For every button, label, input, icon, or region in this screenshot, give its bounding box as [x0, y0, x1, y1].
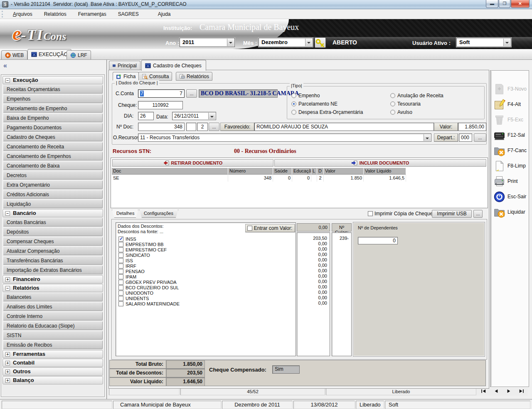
expand-plus-icon[interactable]: + — [5, 370, 10, 374]
ndoc-input[interactable]: 348 — [138, 123, 185, 131]
menu-ajuda[interactable]: Ajuda — [152, 9, 177, 19]
document-row[interactable]: SE 348 0 0 2 1.850 1.646,5 — [112, 175, 406, 182]
cconta-lookup-button[interactable]: ... — [186, 89, 197, 98]
collapse-minus-icon[interactable]: − — [5, 286, 10, 291]
restore-button[interactable]: ❐ — [499, 0, 510, 8]
sidebar-item-cancelamento-receita[interactable]: Cancelamento de Receita — [3, 142, 103, 151]
f8-limp-button[interactable]: F8-Limp — [493, 159, 528, 173]
discount-checkbox[interactable] — [118, 253, 123, 258]
menu-ferramentas[interactable]: Ferramentas — [72, 9, 112, 19]
liquidar-button[interactable]: Liquidar — [493, 205, 528, 219]
col-doc[interactable]: Doc — [112, 168, 228, 175]
tab-lrf[interactable]: LRF — [66, 50, 91, 59]
sidebar-item-emissao-recibos[interactable]: Emissão de Recibos — [3, 340, 103, 349]
discount-checkbox[interactable] — [118, 301, 123, 306]
expand-plus-icon[interactable]: + — [5, 277, 10, 282]
tab-cadastro-de-cheques[interactable]: Cadastro de Cheques — [141, 60, 206, 71]
cheque-input[interactable]: 110992 — [138, 101, 183, 109]
sidebar-item-receitas-orcamentarias[interactable]: Receitas Orçamentárias — [3, 85, 103, 94]
tab-detalhes[interactable]: Detalhes — [112, 209, 138, 218]
sidebar-item-empenhos[interactable]: Empenhos — [3, 94, 103, 103]
incluir-documento-button[interactable]: INCLUIR DOCUMENTO — [274, 159, 486, 167]
imprimir-usb-button[interactable]: Imprimir USB — [432, 210, 472, 218]
tab-web[interactable]: WEB — [1, 50, 27, 59]
col-numero[interactable]: Número — [228, 168, 273, 175]
sidebar-collapse-button[interactable]: « — [3, 62, 16, 71]
col-l[interactable]: L — [311, 168, 317, 175]
radio-despesa-extra[interactable] — [291, 110, 296, 115]
radio-parcelamento-ne[interactable] — [291, 101, 296, 106]
previous-record-button[interactable] — [490, 389, 502, 395]
sidebar-item-analises-limites[interactable]: Analises dos Limites — [3, 302, 103, 311]
usuario-select[interactable]: Soft — [456, 38, 511, 47]
sidebar-item-relatorio-educacao[interactable]: Relatorio da Educacao (Siope) — [3, 321, 103, 330]
section-bancario[interactable]: −Bancário — [2, 209, 103, 217]
subtab-relatorios[interactable]: Relatórios — [176, 72, 212, 81]
menu-grip-handle[interactable] — [2, 11, 4, 17]
next-record-button[interactable] — [503, 389, 515, 395]
descontos-fonte-label[interactable]: Descontos na fonte: ... — [118, 229, 163, 234]
last-record-button[interactable] — [515, 389, 527, 395]
tab-configuracoes[interactable]: Configurações — [139, 209, 178, 218]
collapse-minus-icon[interactable]: − — [5, 211, 10, 216]
collapse-minus-icon[interactable]: − — [5, 78, 10, 83]
discount-checkbox[interactable] — [118, 291, 123, 296]
entrar-com-valor-toggle[interactable]: Entrar com Valor: — [245, 224, 295, 232]
f7-canc-button[interactable]: F7-Canc — [493, 143, 528, 158]
radio-avulso[interactable] — [390, 110, 395, 115]
sidebar-item-baixa-empenho[interactable]: Baixa de Empenho — [3, 113, 103, 122]
first-record-button[interactable] — [478, 389, 490, 395]
tab-execucao[interactable]: EXECUÇÃO — [27, 49, 71, 59]
depart-lookup-button[interactable]: ... — [474, 133, 486, 142]
subtab-ficha[interactable]: Ficha — [113, 72, 139, 81]
minimize-button[interactable]: ▬ — [486, 0, 498, 8]
depart-input[interactable]: 000 — [459, 133, 472, 142]
sidebar-item-transferencias-bancarias[interactable]: Transferências Bancárias — [3, 256, 103, 265]
menu-arquivos[interactable]: Arquivos — [7, 9, 38, 19]
f4-alt-button[interactable]: F4-Alt — [493, 97, 528, 111]
retirar-documento-button[interactable]: RETIRAR DOCUMENTO — [112, 159, 273, 167]
data-combo[interactable]: 26/12/2011 — [172, 112, 216, 120]
sidebar-item-cancelamento-empenhos[interactable]: Cancelamento de Empenhos — [3, 152, 103, 160]
orecursos-combo[interactable]: 11 - Recursos Transferidos — [138, 133, 431, 142]
f12-sal-button[interactable]: F12-Sal — [493, 128, 528, 142]
sidebar-item-importacao-extratos[interactable]: Importação de Extratos Bancários — [3, 266, 103, 274]
sidebar-item-parcelamento-empenho[interactable]: Parcelamento de Empenho — [3, 104, 103, 113]
sidebar-item-compensar-cheques[interactable]: Compensar Cheques — [3, 237, 103, 246]
chevron-down-icon[interactable] — [305, 39, 312, 46]
discount-checkbox[interactable] — [118, 258, 123, 263]
sidebar-item-depositos[interactable]: Depósitos — [3, 227, 103, 236]
section-financeiro[interactable]: +Financeiro — [2, 275, 103, 283]
discount-checkbox[interactable] — [118, 274, 123, 279]
favorecido-input[interactable]: ROMILDO ARAUJO DE SOUZA — [254, 123, 434, 131]
cheque-compensado-value[interactable]: Sim — [272, 365, 300, 374]
ano-select[interactable]: 2011 — [180, 38, 235, 47]
expand-plus-icon[interactable]: + — [5, 378, 10, 383]
chevron-down-icon[interactable] — [227, 39, 234, 46]
dependentes-input[interactable]: 0 — [358, 237, 398, 244]
col-saude[interactable]: Saúde — [273, 168, 292, 175]
section-ferramentas[interactable]: +Ferramentas — [2, 350, 103, 358]
sidebar-item-cadastro-cheques[interactable]: Cadastro de Cheques — [3, 133, 103, 141]
dia-input[interactable]: 26 — [138, 112, 154, 120]
ndoc-aux-input[interactable] — [186, 123, 196, 131]
discount-checkbox[interactable] — [118, 242, 123, 247]
col-valor[interactable]: Valor — [324, 168, 364, 175]
discount-checkbox[interactable] — [118, 280, 123, 285]
section-contabil[interactable]: +Contabil — [2, 359, 103, 367]
unlock-month-button[interactable] — [315, 37, 326, 48]
sidebar-item-creditos-adicionais[interactable]: Créditos Adicionais — [3, 190, 103, 199]
discount-checkbox[interactable] — [118, 237, 123, 241]
menu-relatorios[interactable]: Relatórios — [38, 9, 72, 19]
ndoc-seq-input[interactable]: 2 — [197, 123, 208, 131]
section-balanco[interactable]: +Balanço — [2, 376, 103, 384]
sidebar-item-cancelamento-baixa[interactable]: Cancelamento de Baixa — [3, 161, 103, 170]
discount-checkbox[interactable] — [118, 247, 123, 252]
discount-checkbox[interactable] — [118, 269, 123, 274]
sidebar-item-atualizar-compensacao[interactable]: Atualizar Compensação — [3, 246, 103, 255]
radio-empenho[interactable] — [291, 93, 296, 98]
col-educacao[interactable]: Educação — [292, 168, 311, 175]
discount-checkbox[interactable] — [118, 296, 123, 301]
expand-plus-icon[interactable]: + — [5, 361, 10, 365]
chevron-down-icon[interactable] — [208, 113, 215, 119]
